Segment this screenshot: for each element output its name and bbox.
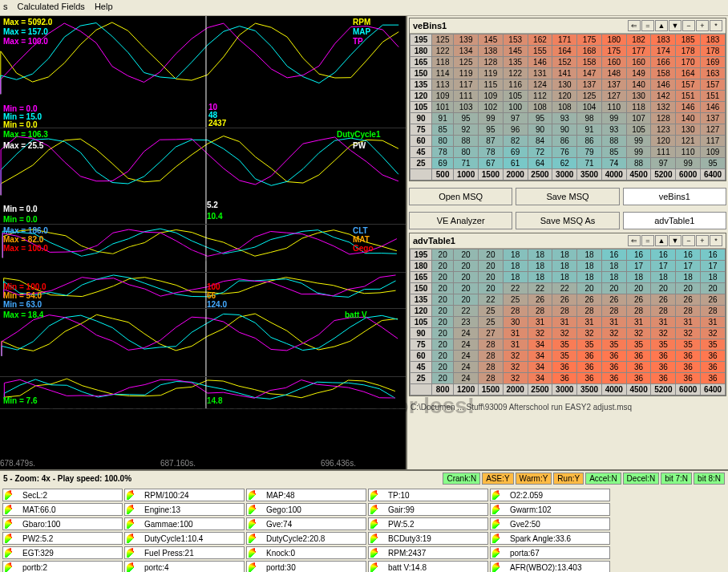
table-cell[interactable]: 31	[528, 317, 552, 328]
table-cell[interactable]: 20	[601, 283, 626, 294]
table-cell[interactable]: 128	[651, 113, 676, 124]
table-cell[interactable]: 67	[479, 158, 504, 169]
table-cell[interactable]: 31	[503, 339, 528, 351]
table-cell[interactable]: 20	[432, 272, 454, 283]
table-cell[interactable]: 20	[701, 283, 726, 294]
table-cell[interactable]: 146	[651, 79, 676, 91]
adv-table[interactable]: 1952020201818181816161616161802020201818…	[410, 249, 726, 396]
table-cell[interactable]: 22	[528, 283, 552, 294]
table-cell[interactable]: 32	[577, 328, 602, 339]
table-cell[interactable]: 125	[577, 91, 602, 102]
table-cell[interactable]: 20	[454, 283, 479, 294]
table-cell[interactable]: 88	[454, 136, 479, 147]
table-cell[interactable]: 137	[601, 79, 626, 91]
gauge[interactable]: DutyCycle1:10.4	[124, 532, 245, 545]
table-cell[interactable]: 24	[454, 328, 479, 339]
gauge[interactable]: O2:2.059	[490, 489, 610, 501]
gauge[interactable]: Gwarm:102	[490, 503, 610, 516]
table-cell[interactable]: 103	[454, 102, 479, 113]
table-cell[interactable]: 20	[454, 294, 479, 306]
table-cell[interactable]: 78	[432, 147, 454, 158]
table-cell[interactable]: 146	[701, 102, 726, 113]
table-cell[interactable]: 177	[626, 46, 651, 57]
table-cell[interactable]: 92	[454, 124, 479, 136]
tool-left-icon[interactable]: ⇐	[628, 20, 641, 31]
table-cell[interactable]: 20	[479, 283, 504, 294]
gauge[interactable]: DutyCycle2:20.8	[246, 532, 366, 545]
table-cell[interactable]: 71	[577, 158, 602, 169]
gauge[interactable]: PW2:5.2	[2, 532, 123, 545]
table-cell[interactable]: 20	[432, 373, 454, 384]
table-cell[interactable]: 71	[454, 158, 479, 169]
table-cell[interactable]: 97	[503, 113, 528, 124]
table-cell[interactable]: 142	[651, 91, 676, 102]
tool-eq-icon[interactable]: =	[641, 235, 654, 246]
table-cell[interactable]: 128	[479, 57, 504, 68]
table-cell[interactable]: 30	[503, 317, 528, 328]
table-cell[interactable]: 130	[626, 91, 651, 102]
table-cell[interactable]: 131	[528, 68, 552, 79]
table-cell[interactable]: 16	[651, 249, 676, 261]
table-cell[interactable]: 36	[552, 362, 577, 373]
table-cell[interactable]: 149	[626, 68, 651, 79]
table-cell[interactable]: 88	[601, 136, 626, 147]
table-cell[interactable]: 26	[528, 294, 552, 306]
table-cell[interactable]: 35	[651, 339, 676, 351]
table-cell[interactable]: 20	[432, 339, 454, 351]
table-cell[interactable]: 102	[479, 102, 504, 113]
table-cell[interactable]: 112	[528, 91, 552, 102]
table-cell[interactable]: 36	[601, 362, 626, 373]
table-cell[interactable]: 76	[552, 147, 577, 158]
table-cell[interactable]: 36	[676, 351, 701, 362]
table-cell[interactable]: 25	[479, 306, 504, 317]
table-cell[interactable]: 18	[577, 249, 602, 261]
table-cell[interactable]: 114	[432, 68, 454, 79]
tool-eq-icon[interactable]: =	[641, 20, 654, 31]
table-cell[interactable]: 26	[651, 294, 676, 306]
table-cell[interactable]: 31	[701, 317, 726, 328]
table-cell[interactable]: 137	[577, 79, 602, 91]
table-cell[interactable]: 20	[432, 351, 454, 362]
tool-up-icon[interactable]: ▲	[655, 235, 668, 246]
gauge[interactable]: Engine:13	[124, 503, 245, 516]
gauge[interactable]: RPM:2437	[368, 546, 488, 559]
table-cell[interactable]: 28	[701, 306, 726, 317]
table-cell[interactable]: 24	[454, 351, 479, 362]
table-cell[interactable]: 115	[479, 79, 504, 91]
gauge[interactable]: Gego:100	[246, 503, 366, 516]
table-cell[interactable]: 95	[479, 124, 504, 136]
table-cell[interactable]: 32	[503, 373, 528, 384]
table-cell[interactable]: 20	[479, 261, 504, 272]
tool-plus-icon[interactable]: +	[696, 235, 709, 246]
table-cell[interactable]: 180	[601, 34, 626, 46]
table-cell[interactable]: 86	[577, 136, 602, 147]
table-cell[interactable]: 138	[479, 46, 504, 57]
table-cell[interactable]: 17	[626, 261, 651, 272]
table-cell[interactable]: 36	[676, 373, 701, 384]
table-cell[interactable]: 28	[552, 306, 577, 317]
table-cell[interactable]: 130	[552, 79, 577, 91]
table-cell[interactable]: 123	[651, 124, 676, 136]
table-cell[interactable]: 182	[626, 34, 651, 46]
table-cell[interactable]: 139	[454, 34, 479, 46]
open-msq-button[interactable]: Open MSQ	[409, 188, 512, 205]
table-cell[interactable]: 31	[601, 317, 626, 328]
table-cell[interactable]: 20	[454, 261, 479, 272]
table-cell[interactable]: 146	[676, 102, 701, 113]
table-cell[interactable]: 134	[454, 46, 479, 57]
table-cell[interactable]: 185	[676, 34, 701, 46]
gauge[interactable]: MAT:66.0	[2, 503, 123, 516]
gauge[interactable]: portd:30	[246, 561, 366, 572]
table-cell[interactable]: 31	[626, 317, 651, 328]
table-cell[interactable]: 32	[651, 328, 676, 339]
table-cell[interactable]: 20	[432, 362, 454, 373]
table-cell[interactable]: 20	[432, 294, 454, 306]
table-cell[interactable]: 80	[454, 147, 479, 158]
table-cell[interactable]: 155	[528, 46, 552, 57]
table-cell[interactable]: 31	[552, 317, 577, 328]
tool-minus-icon[interactable]: −	[682, 235, 695, 246]
table-cell[interactable]: 36	[651, 351, 676, 362]
table-cell[interactable]: 28	[577, 306, 602, 317]
table-cell[interactable]: 160	[601, 57, 626, 68]
table-cell[interactable]: 78	[479, 147, 504, 158]
